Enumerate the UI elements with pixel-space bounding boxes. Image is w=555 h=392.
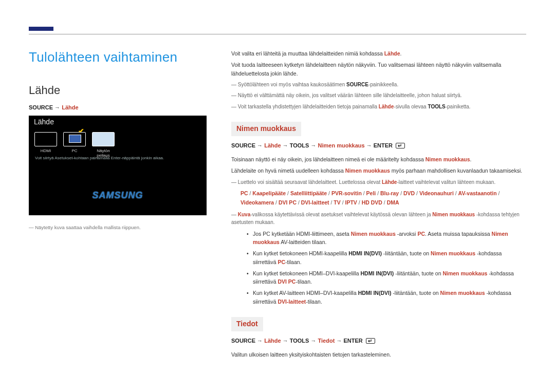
breadcrumb-path-1: SOURCE → Lähde	[29, 104, 207, 110]
tv-screenshot: Lähde HDMI ✔ PC Näytön peilaus Voit siir…	[29, 116, 207, 215]
section-heading-lahde: Lähde	[29, 84, 207, 97]
bullet-list: Jos PC kytketään HDMI-liittimeen, aseta …	[247, 230, 526, 306]
bullet-2: Kun kytket tietokoneen HDMI-kaapelilla H…	[247, 249, 526, 266]
note-3: Voit tarkastella yhdistettyjen lähdelait…	[231, 103, 526, 111]
pc-icon	[63, 132, 86, 146]
enter-icon	[396, 143, 405, 148]
note-1: Syöttölähteen voi myös vaihtaa kaukosäät…	[231, 81, 526, 89]
para-1: Voit valita eri lähteitä ja muuttaa lähd…	[231, 49, 526, 58]
screenshot-title: Lähde	[34, 118, 54, 126]
left-column: Tulolähteen vaihtaminen Lähde SOURCE → L…	[29, 49, 207, 362]
breadcrumb-path-2: SOURCE → Lähde → TOOLS → Nimen muokkaus …	[231, 141, 526, 150]
mirror-icon	[92, 132, 115, 146]
hdmi-icon	[34, 132, 57, 146]
image-footnote: Näytetty kuva saattaa vaihdella mallista…	[29, 225, 207, 230]
note-4: Luettelo voi sisältää seuraavat lähdelai…	[231, 178, 526, 186]
path-source: SOURCE	[29, 104, 53, 110]
samsung-logo: SAMSUNG	[92, 190, 143, 201]
page-title: Tulolähteen vaihtaminen	[29, 49, 207, 65]
path-lahde: Lähde	[62, 104, 78, 110]
source-item-pc: ✔ PC	[62, 132, 87, 158]
note-2: Näyttö ei välttämättä näy oikein, jos va…	[231, 91, 526, 100]
bullet-3: Kun kytket tietokoneen HDMI–DVI-kaapelil…	[247, 269, 526, 286]
para-4: Lähdelaite on hyvä nimetä uudelleen kohd…	[231, 166, 526, 175]
para-tiedot: Valitun ulkoisen laitteen yksityiskohtai…	[231, 350, 526, 359]
para-3: Toisinaan näyttö ei näy oikein, jos lähd…	[231, 155, 526, 163]
source-item-mirror: Näytön peilaus	[90, 132, 116, 158]
enter-icon	[366, 338, 375, 344]
breadcrumb-path-3: SOURCE → Lähde → TOOLS → Tiedot → ENTER	[231, 337, 526, 345]
right-column: Voit valita eri lähteitä ja muuttaa lähd…	[231, 49, 526, 362]
bullet-1: Jos PC kytketään HDMI-liittimeen, aseta …	[247, 230, 526, 247]
source-item-hdmi: HDMI	[33, 132, 59, 158]
screenshot-hint: Voit siirtyä Asetukset-kohtaan painamall…	[35, 156, 164, 160]
heading-nimen-muokkaus: Nimen muokkaus	[231, 122, 301, 136]
device-list: PC / Kaapelipääte / Satelliittipääte / P…	[240, 189, 526, 208]
heading-tiedot: Tiedot	[231, 317, 263, 331]
bullet-4: Kun kytket AV-laitteen HDMI–DVI-kaapelil…	[247, 289, 526, 306]
note-5: Kuva-valikossa käytettävissä olevat aset…	[231, 211, 526, 227]
para-2: Voit tuoda laitteeseen kytketyn lähdelai…	[231, 61, 526, 78]
